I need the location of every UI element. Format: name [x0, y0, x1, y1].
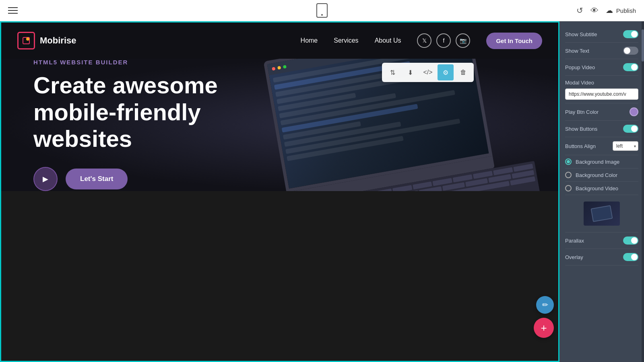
bg-video-radio[interactable]: [565, 185, 572, 191]
facebook-icon[interactable]: f: [436, 33, 451, 48]
overlay-row: Overlay: [565, 249, 638, 265]
hero-title: Create awesome mobile-friendly websites: [33, 72, 295, 152]
add-plus-icon: +: [541, 322, 547, 334]
publish-cloud-icon: ☁: [606, 6, 613, 15]
overlay-label: Overlay: [565, 254, 583, 260]
right-panel: Show Subtitle Show Text Popup Video: [559, 21, 644, 362]
show-subtitle-row: Show Subtitle: [565, 26, 638, 43]
settings-tool-button[interactable]: ⚙: [438, 64, 454, 80]
show-text-toggle[interactable]: [623, 47, 638, 55]
publish-label: Publish: [616, 7, 636, 14]
nav-home[interactable]: Home: [301, 37, 318, 44]
panel-scrollbar[interactable]: [642, 21, 644, 362]
show-buttons-row: Show Buttons: [565, 121, 638, 137]
panel-scroll-thumb[interactable]: [642, 29, 644, 62]
reorder-tool-button[interactable]: ⇅: [384, 64, 400, 80]
canvas: Mobirise Home Services About Us 𝕏 f 📷 Ge…: [1, 23, 558, 191]
mobile-preview-button[interactable]: [316, 3, 328, 18]
modal-video-label: Modal Video: [565, 80, 594, 86]
play-btn-color-label: Play Btn Color: [565, 109, 599, 115]
bg-image-row: Background Image: [565, 155, 638, 169]
brand: Mobirise: [17, 32, 76, 49]
bg-image-preview-container: [565, 195, 638, 232]
modal-video-row: Modal Video: [565, 76, 638, 103]
modal-video-input[interactable]: [565, 88, 638, 100]
play-btn-color-swatch[interactable]: [630, 107, 638, 116]
preview-button[interactable]: 👁: [590, 6, 599, 15]
show-text-label: Show Text: [565, 48, 589, 54]
buttons-align-select-wrap: left center right: [613, 141, 638, 151]
bg-image-preview[interactable]: [584, 202, 620, 226]
show-text-row: Show Text: [565, 43, 638, 59]
bg-color-radio[interactable]: [565, 172, 572, 178]
buttons-align-row: Buttons Align left center right: [565, 137, 638, 155]
bg-image-label: Background Image: [576, 159, 619, 165]
play-button[interactable]: ▶: [33, 167, 58, 191]
nav-services[interactable]: Services: [334, 37, 358, 44]
brand-name: Mobirise: [40, 35, 76, 46]
popup-video-label: Popup Video: [565, 64, 595, 70]
parallax-toggle[interactable]: [623, 237, 638, 245]
svg-point-1: [26, 37, 29, 41]
popup-video-row: Popup Video: [565, 59, 638, 76]
top-toolbar: ↺ 👁 ☁ Publish: [0, 0, 644, 21]
undo-button[interactable]: ↺: [576, 6, 583, 15]
publish-button[interactable]: ☁ Publish: [606, 6, 636, 15]
nav-links: Home Services About Us 𝕏 f 📷 Get In Touc…: [301, 33, 542, 49]
panel-scroll[interactable]: Show Subtitle Show Text Popup Video: [559, 21, 644, 362]
edit-pencil-icon: ✏: [542, 300, 548, 309]
website-nav: Mobirise Home Services About Us 𝕏 f 📷 Ge…: [1, 23, 558, 59]
section-toolbar: ⇅ ⬇ </> ⚙ 🗑: [382, 63, 474, 82]
lets-start-button[interactable]: Let's Start: [66, 169, 128, 189]
buttons-align-select[interactable]: left center right: [613, 141, 638, 151]
hero-section: HTML5 WEBSITE BUILDER Create awesome mob…: [1, 59, 558, 191]
bg-color-label: Background Color: [576, 172, 617, 178]
twitter-icon[interactable]: 𝕏: [417, 33, 431, 48]
nav-about[interactable]: About Us: [375, 37, 401, 44]
parallax-row: Parallax: [565, 232, 638, 249]
hero-content: HTML5 WEBSITE BUILDER Create awesome mob…: [33, 59, 295, 191]
brand-logo-icon: [22, 37, 30, 45]
show-subtitle-label: Show Subtitle: [565, 31, 597, 37]
bg-video-label: Background Video: [576, 185, 618, 191]
brand-logo: [17, 32, 35, 49]
download-tool-button[interactable]: ⬇: [402, 64, 418, 80]
nav-social: 𝕏 f 📷: [417, 33, 470, 48]
bg-color-row: Background Color: [565, 169, 638, 182]
bg-image-radio[interactable]: [565, 158, 572, 165]
edit-fab-button[interactable]: ✏: [536, 296, 554, 314]
canvas-wrapper: Mobirise Home Services About Us 𝕏 f 📷 Ge…: [0, 21, 559, 362]
delete-tool-button[interactable]: 🗑: [455, 64, 471, 80]
show-buttons-label: Show Buttons: [565, 126, 597, 132]
parallax-label: Parallax: [565, 238, 584, 244]
code-tool-button[interactable]: </>: [420, 64, 436, 80]
popup-video-toggle[interactable]: [623, 63, 638, 71]
toolbar-center: [316, 3, 328, 18]
instagram-icon[interactable]: 📷: [456, 33, 470, 48]
laptop-mini-icon: [590, 205, 613, 222]
buttons-align-label: Buttons Align: [565, 143, 596, 149]
play-btn-color-row: Play Btn Color: [565, 103, 638, 121]
hero-subtitle: HTML5 WEBSITE BUILDER: [33, 59, 295, 66]
toolbar-left: [8, 7, 18, 14]
get-in-touch-button[interactable]: Get In Touch: [486, 33, 542, 49]
toolbar-right: ↺ 👁 ☁ Publish: [576, 6, 636, 15]
hero-buttons: ▶ Let's Start: [33, 167, 295, 191]
bg-video-row: Background Video: [565, 182, 638, 195]
show-buttons-toggle[interactable]: [623, 125, 638, 133]
add-fab-button[interactable]: +: [534, 318, 554, 338]
hamburger-button[interactable]: [8, 7, 18, 14]
overlay-toggle[interactable]: [623, 253, 638, 261]
show-subtitle-toggle[interactable]: [623, 30, 638, 38]
